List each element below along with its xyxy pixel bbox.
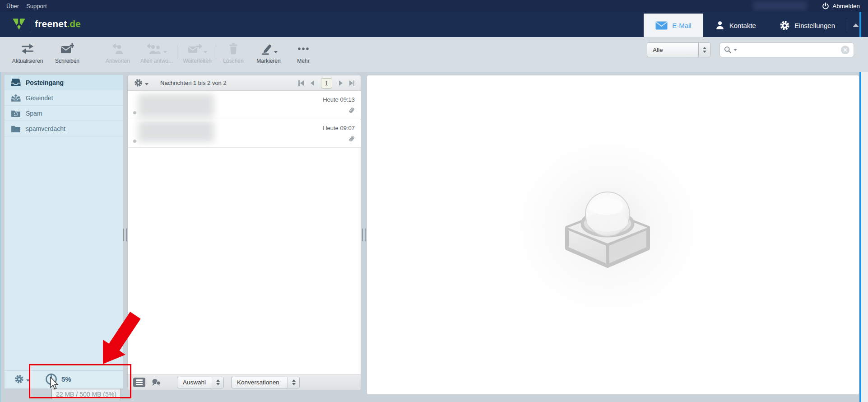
gear-icon	[780, 20, 790, 31]
dropdown-spinner-icon	[212, 377, 223, 388]
chevron-down-icon	[145, 83, 149, 85]
reading-pane	[367, 75, 859, 395]
redacted-sender-subject	[138, 121, 214, 142]
toolbar-button-aktualisieren[interactable]: Aktualisieren	[6, 42, 49, 64]
tab-email-label: E-Mail	[672, 22, 692, 29]
gear-icon	[14, 374, 24, 384]
folder-label: Spam	[26, 110, 42, 117]
selection-dropdown-value: Auswahl	[177, 377, 211, 388]
pagination: 1	[298, 75, 354, 91]
tab-kontakte[interactable]: Kontakte	[703, 14, 768, 37]
next-page-button[interactable]	[339, 80, 343, 86]
tab-einstellungen-label: Einstellungen	[794, 22, 835, 29]
selection-dropdown[interactable]: Auswahl	[177, 377, 224, 388]
tab-email[interactable]: E-Mail	[644, 14, 703, 37]
freenet-logo	[12, 17, 26, 31]
topbar-link-ueber[interactable]: Über	[6, 3, 19, 9]
reply-all-icon	[147, 43, 162, 55]
empty-state-button-image	[562, 189, 653, 270]
message-list-panel: Nachrichten 1 bis 2 von 2 1 Heute 09:13 …	[127, 75, 361, 390]
message-list-header: Nachrichten 1 bis 2 von 2 1	[128, 75, 361, 91]
filter-dropdown[interactable]: Alle	[647, 42, 710, 57]
page-right-strip	[861, 37, 868, 402]
last-page-button[interactable]	[349, 80, 355, 86]
conversation-bubbles-icon[interactable]	[151, 378, 162, 387]
filter-dropdown-value: Alle	[647, 43, 668, 57]
brand[interactable]: freenet .de	[12, 17, 81, 31]
toolbar-label: Mehr	[282, 58, 325, 64]
message-count-label: Nachrichten 1 bis 2 von 2	[160, 79, 227, 86]
brand-divider	[30, 18, 30, 30]
contacts-icon	[715, 20, 725, 30]
header: freenet .de E-Mail Kontakte Einstellu	[0, 12, 868, 37]
refresh-icon	[21, 43, 34, 54]
marker-icon	[260, 43, 273, 55]
power-icon	[822, 2, 829, 9]
inbox-icon	[11, 78, 21, 87]
toolbar-label: Allen antwo...	[135, 58, 178, 64]
collapse-header-caret[interactable]	[853, 23, 859, 27]
sidebar-item-gesendet[interactable]: Gesendet	[5, 90, 123, 106]
sidebar-item-posteingang[interactable]: Posteingang	[5, 75, 123, 90]
forward-icon	[188, 43, 202, 54]
chevron-down-icon	[274, 51, 278, 53]
attachment-icon	[348, 106, 355, 117]
spam-folder-icon	[11, 109, 21, 117]
trash-icon	[228, 43, 239, 55]
message-time: Heute 09:07	[323, 125, 355, 131]
folder-label: Posteingang	[26, 79, 64, 86]
list-view-button[interactable]	[133, 378, 145, 387]
search-options-caret[interactable]	[733, 49, 737, 51]
folder-icon	[11, 125, 21, 133]
message-time: Heute 09:13	[323, 96, 355, 103]
page-left-edge	[0, 37, 1, 402]
first-page-button[interactable]	[298, 80, 304, 86]
chevron-down-icon	[163, 51, 167, 53]
tabs-separator	[847, 19, 847, 32]
unread-dot	[133, 140, 136, 143]
sidebar-item-spam[interactable]: Spam	[5, 106, 123, 121]
brand-suffix: .de	[67, 19, 80, 29]
folder-label: spamverdacht	[26, 125, 65, 132]
tab-einstellungen[interactable]: Einstellungen	[768, 14, 847, 37]
topbar-link-support[interactable]: Support	[26, 3, 47, 9]
message-row[interactable]: Heute 09:07	[128, 120, 361, 148]
gear-icon	[134, 79, 143, 87]
mail-icon	[655, 21, 668, 30]
toolbar-button-allen-antworten[interactable]: Allen antwo...	[135, 42, 178, 64]
topbar: Über Support Abmelden	[0, 0, 868, 12]
redacted-username	[753, 1, 807, 10]
splitter-handle-right[interactable]	[362, 229, 366, 241]
unread-dot	[133, 111, 136, 114]
view-mode-dropdown-value: Konversationen	[232, 377, 285, 388]
folder-label: Gesendet	[26, 94, 53, 102]
previous-page-button[interactable]	[311, 80, 314, 86]
dropdown-spinner-icon	[288, 377, 299, 388]
folder-actions-button[interactable]	[14, 374, 30, 384]
tab-kontakte-label: Kontakte	[729, 22, 756, 29]
attachment-icon	[348, 135, 355, 145]
clear-search-icon[interactable]: ✕	[841, 46, 849, 54]
splitter-handle-left[interactable]	[123, 229, 127, 241]
logout-label: Abmelden	[832, 3, 860, 9]
main-tabs: E-Mail Kontakte Einstellungen	[644, 14, 861, 37]
message-list-footer: Auswahl Konversationen	[128, 374, 361, 390]
webmail-app: Über Support Abmelden freenet .de	[0, 0, 868, 402]
toolbar-button-mehr[interactable]: Mehr	[282, 42, 325, 64]
chevron-down-icon	[204, 51, 207, 53]
toolbar-button-antworten[interactable]: Antworten	[96, 42, 139, 64]
toolbar-button-schreiben[interactable]: Schreiben	[46, 42, 89, 64]
toolbar-label: Aktualisieren	[6, 58, 49, 64]
page-number-box[interactable]: 1	[321, 78, 332, 89]
view-mode-dropdown[interactable]: Konversationen	[231, 377, 300, 388]
dropdown-spinner-icon	[698, 43, 710, 57]
list-options-button[interactable]	[134, 79, 149, 87]
compose-icon	[60, 43, 74, 55]
search-input[interactable]	[739, 46, 839, 54]
logout-button[interactable]: Abmelden	[822, 2, 860, 9]
message-row[interactable]: Heute 09:13	[128, 91, 361, 119]
toolbar: Aktualisieren Schreiben Antworten Allen …	[0, 37, 868, 72]
search-box: ✕	[719, 42, 854, 57]
sidebar-item-spamverdacht[interactable]: spamverdacht	[5, 121, 123, 136]
toolbar-label: Antworten	[96, 58, 139, 64]
